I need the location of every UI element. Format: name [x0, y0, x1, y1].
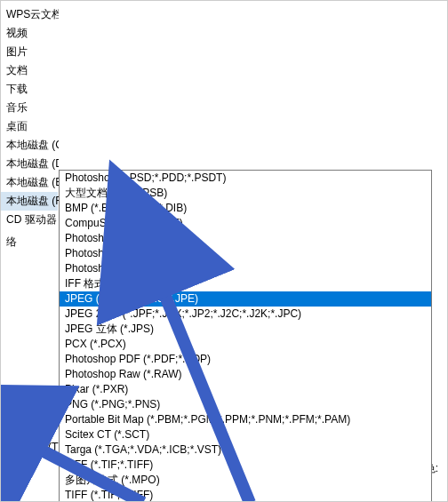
sidebar-item-pictures[interactable]: 图片	[1, 43, 58, 61]
format-option-1[interactable]: 大型文档格式 (*.PSB)	[60, 186, 431, 201]
sidebar-item-wps[interactable]: WPS云文档	[1, 5, 58, 24]
format-option-21[interactable]: TIFF (*.TIF;*.TIFF)	[60, 488, 431, 502]
format-option-8[interactable]: JPEG (*.JPG;*.JPEG;*.JPE)	[60, 291, 431, 307]
format-option-10[interactable]: JPEG 立体 (*.JPS)	[60, 322, 431, 337]
format-option-20[interactable]: 多图片格式 (*.MPO)	[60, 473, 431, 488]
format-option-16[interactable]: Portable Bit Map (*.PBM;*.PGM;*.PPM;*.PN…	[60, 412, 431, 427]
format-option-14[interactable]: Pixar (*.PXR)	[60, 382, 431, 397]
format-option-7[interactable]: IFF 格式 (*.IFF;*.TDI)	[60, 276, 431, 291]
format-option-19[interactable]: TIFF (*.TIF;*.TIFF)	[60, 458, 431, 473]
sidebar-item-drive-f[interactable]: 本地磁盘 (F:)	[1, 192, 58, 211]
sidebar-item-drive-d[interactable]: 本地磁盘 (D:)	[1, 155, 58, 173]
format-option-6[interactable]: Photoshop DCS 2.0 (*.EPS)	[60, 261, 431, 276]
filetype-dropdown[interactable]: Photoshop (*.PSD;*.PDD;*.PSDT)大型文档格式 (*.…	[59, 170, 432, 502]
format-option-12[interactable]: Photoshop PDF (*.PDF;*.PDP)	[60, 352, 431, 367]
format-option-17[interactable]: Scitex CT (*.SCT)	[60, 427, 431, 442]
sidebar-item-network[interactable]: 络	[1, 233, 58, 251]
format-option-9[interactable]: JPEG 2000 (*.JPF;*.JPX;*.JP2;*.J2C;*.J2K…	[60, 307, 431, 322]
format-option-2[interactable]: BMP (*.BMP;*.RLE;*.DIB)	[60, 201, 431, 216]
format-option-13[interactable]: Photoshop Raw (*.RAW)	[60, 367, 431, 382]
format-option-5[interactable]: Photoshop DCS 1.0 (*.EPS)	[60, 246, 431, 261]
sidebar-item-documents[interactable]: 文档	[1, 61, 58, 80]
sidebar-item-cd[interactable]: CD 驱动器 (	[1, 211, 58, 229]
sidebar-item-music[interactable]: 音乐	[1, 99, 58, 117]
format-option-11[interactable]: PCX (*.PCX)	[60, 337, 431, 352]
sidebar-item-drive-c[interactable]: 本地磁盘 (C:)	[1, 136, 58, 155]
format-option-3[interactable]: CompuServe GIF (*.GIF)	[60, 216, 431, 231]
format-option-4[interactable]: Photoshop EPS (*.EPS)	[60, 231, 431, 246]
format-option-15[interactable]: PNG (*.PNG;*.PNS)	[60, 397, 431, 412]
sidebar-item-downloads[interactable]: 下载	[1, 80, 58, 99]
sidebar-item-drive-e[interactable]: 本地磁盘 (E:)	[1, 173, 58, 192]
format-option-0[interactable]: Photoshop (*.PSD;*.PDD;*.PSDT)	[60, 171, 431, 186]
sidebar-item-video[interactable]: 视频	[1, 24, 58, 43]
filetype-label: 保存类型(T):	[5, 440, 59, 455]
sidebar-item-desktop[interactable]: 桌面	[1, 117, 58, 136]
filename-label: 文件名(N):	[5, 418, 59, 434]
format-option-18[interactable]: Targa (*.TGA;*.VDA;*.ICB;*.VST)	[60, 442, 431, 458]
